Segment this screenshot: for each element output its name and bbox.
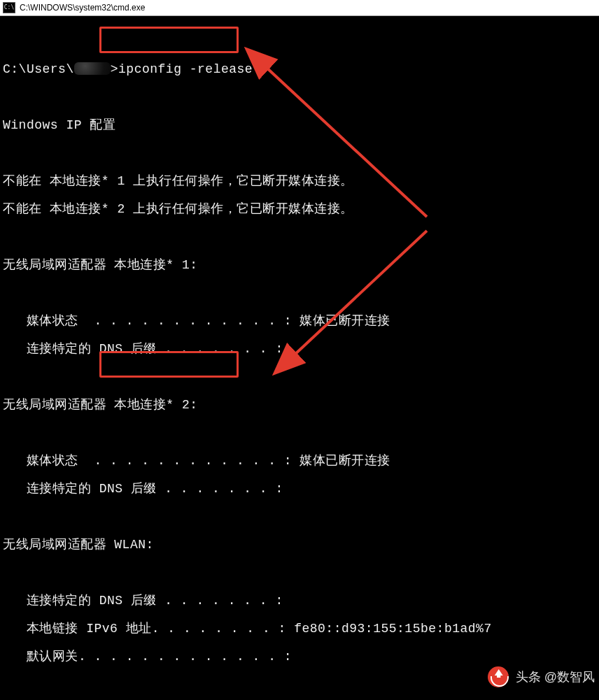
prompt-line-1: C:\Users\>ipconfig -release (3, 62, 596, 76)
adapter-title: 无线局域网适配器 本地连接* 2: (3, 398, 596, 412)
wlan-default-gateway: 默认网关. . . . . . . . . . . . . : (3, 650, 596, 664)
cmd-icon: C:\ (3, 2, 15, 13)
wlan-dns-suffix: 连接特定的 DNS 后缀 . . . . . . . : (3, 594, 596, 608)
adapter-media-state: 媒体状态 . . . . . . . . . . . . : 媒体已断开连接 (3, 454, 596, 468)
watermark-prefix: 头条 (516, 669, 541, 685)
error-line: 不能在 本地连接* 2 上执行任何操作，它已断开媒体连接。 (3, 202, 596, 216)
title-bar[interactable]: C:\ C:\WINDOWS\system32\cmd.exe (0, 0, 599, 16)
command-1: ipconfig -release (118, 62, 253, 76)
terminal-output[interactable]: C:\Users\>ipconfig -release Windows IP 配… (0, 16, 599, 700)
watermark-author: @数智风 (544, 669, 595, 685)
adapter-title: 无线局域网适配器 本地连接* 1: (3, 258, 596, 272)
wlan-ipv6-address: 本地链接 IPv6 地址. . . . . . . . : fe80::d93:… (3, 622, 596, 636)
toutiao-logo-icon (488, 666, 509, 687)
window-title: C:\WINDOWS\system32\cmd.exe (20, 3, 145, 13)
watermark: 头条 @数智风 (488, 666, 595, 687)
adapter-title: 无线局域网适配器 WLAN: (3, 538, 596, 552)
adapter-dns-suffix: 连接特定的 DNS 后缀 . . . . . . . : (3, 482, 596, 496)
ip-config-heading: Windows IP 配置 (3, 118, 596, 132)
adapter-media-state: 媒体状态 . . . . . . . . . . . . : 媒体已断开连接 (3, 314, 596, 328)
username-masked (74, 62, 111, 75)
adapter-dns-suffix: 连接特定的 DNS 后缀 . . . . . . . : (3, 342, 596, 356)
error-line: 不能在 本地连接* 1 上执行任何操作，它已断开媒体连接。 (3, 174, 596, 188)
